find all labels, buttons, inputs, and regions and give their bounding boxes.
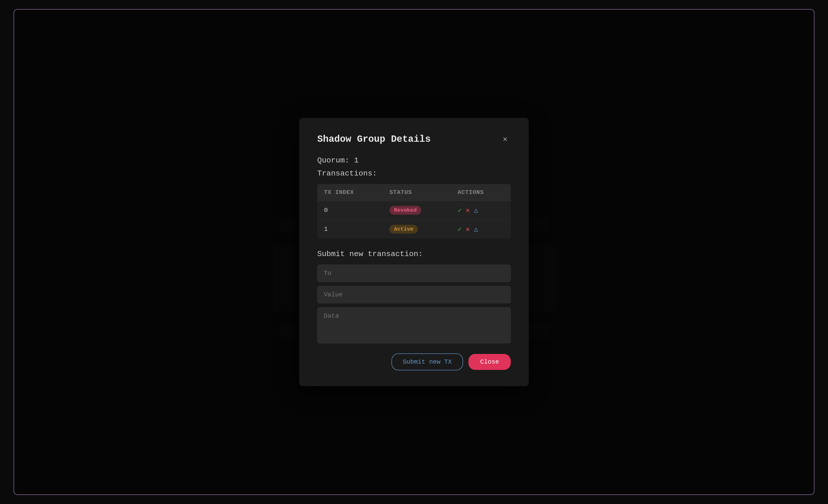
to-input[interactable]	[317, 265, 511, 282]
data-textarea[interactable]	[317, 307, 511, 343]
tx-index-1: 1	[317, 220, 383, 239]
table-header-row: TX INDEX STATUS ACTIONS	[317, 184, 511, 201]
status-badge-active: Active	[389, 225, 418, 234]
revoke-icon-1[interactable]: ✕	[466, 225, 470, 233]
actions-cell-0: ✓ ✕ △	[458, 206, 504, 214]
approve-icon-1[interactable]: ✓	[458, 225, 462, 233]
modal-header: Shadow Group Details ×	[317, 134, 511, 145]
modal-footer: Submit new TX Close	[317, 353, 511, 370]
col-status: STATUS	[383, 184, 451, 201]
actions-cell-1: ✓ ✕ △	[458, 225, 504, 233]
warning-icon-0[interactable]: △	[474, 206, 478, 214]
table-body: 0 Revoked ✓ ✕ △ 1	[317, 201, 511, 239]
col-tx-index: TX INDEX	[317, 184, 383, 201]
quorum-info: Quorum: 1	[317, 156, 511, 165]
submit-new-tx-button[interactable]: Submit new TX	[391, 353, 463, 370]
warning-icon-1[interactable]: △	[474, 225, 478, 233]
table-row: 0 Revoked ✓ ✕ △	[317, 201, 511, 220]
table-row: 1 Active ✓ ✕ △	[317, 220, 511, 239]
tx-actions-0: ✓ ✕ △	[451, 201, 511, 220]
table-header: TX INDEX STATUS ACTIONS	[317, 184, 511, 201]
modal-close-x-button[interactable]: ×	[499, 134, 511, 145]
screen-wrapper: Shadow Group Manage your multisig with s…	[13, 9, 815, 495]
tx-status-0: Revoked	[383, 201, 451, 220]
close-button[interactable]: Close	[468, 354, 511, 370]
modal-dialog: Shadow Group Details × Quorum: 1 Transac…	[299, 118, 529, 386]
revoke-icon-0[interactable]: ✕	[466, 206, 470, 214]
value-input[interactable]	[317, 286, 511, 303]
transactions-label: Transactions:	[317, 169, 511, 178]
modal-title: Shadow Group Details	[317, 134, 431, 145]
transactions-table: TX INDEX STATUS ACTIONS 0 Revoked ✓ ✕	[317, 184, 511, 239]
col-actions: ACTIONS	[451, 184, 511, 201]
tx-actions-1: ✓ ✕ △	[451, 220, 511, 239]
tx-status-1: Active	[383, 220, 451, 239]
status-badge-revoked: Revoked	[389, 206, 421, 215]
tx-index-0: 0	[317, 201, 383, 220]
form-label: Submit new transaction:	[317, 250, 511, 258]
approve-icon-0[interactable]: ✓	[458, 206, 462, 214]
